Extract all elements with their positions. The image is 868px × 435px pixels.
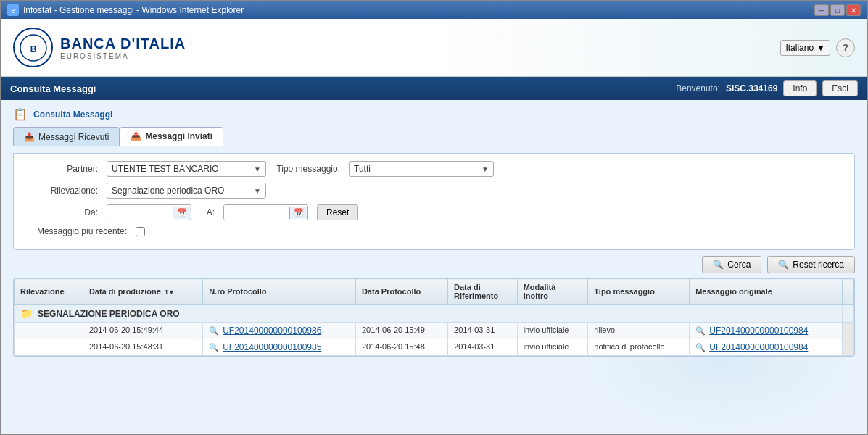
filter-row-2: Rilevazione: Segnalazione periodica ORO … — [25, 183, 843, 199]
page-title-icon: 📋 — [13, 107, 28, 121]
col-data-riferimento[interactable]: Data diRiferimento — [448, 279, 518, 304]
tabs: 📥 Messaggi Ricevuti 📤 Messaggi Inviati — [13, 127, 855, 146]
title-bar-text: Infostat - Gestione messaggi - Windows I… — [23, 5, 810, 15]
cell-modalita-1: invio ufficiale — [517, 323, 588, 339]
filter-row-3: Da: 📅 A: 📅 Reset — [25, 204, 843, 220]
cerca-button[interactable]: 🔍 Cerca — [702, 256, 761, 273]
tab-messaggi-ricevuti[interactable]: 📥 Messaggi Ricevuti — [13, 127, 120, 146]
search-icon: 🔍 — [209, 326, 219, 335]
header-right: Italiano ▼ ? — [780, 38, 855, 57]
search-icon: 🔍 — [695, 343, 706, 352]
table-group-row: 📁 SEGNALAZIONE PERIODICA ORO — [15, 304, 854, 323]
cell-originale-1: 🔍 UF201400000000100984 — [690, 323, 843, 339]
folder-icon: 📁 — [20, 307, 33, 319]
results-table-container: Rilevazione Data di produzione 1▼ N.ro P… — [13, 278, 855, 357]
chevron-down-icon: ▼ — [817, 43, 825, 53]
da-label: Da: — [25, 207, 98, 218]
window-controls: ─ □ ✕ — [814, 4, 861, 16]
partner-label: Partner: — [25, 164, 98, 174]
page-title: 📋 Consulta Messaggi — [13, 107, 855, 121]
rilevazione-select[interactable]: Segnalazione periodica ORO ▼ — [107, 183, 266, 199]
reset-ricerca-button[interactable]: 🔍 Reset ricerca — [767, 256, 855, 273]
cell-data-protocollo-2: 2014-06-20 15:48 — [355, 339, 447, 356]
cell-data-riferimento-2: 2014-03-31 — [448, 339, 518, 356]
originale-link-2[interactable]: UF201400000000100984 — [709, 342, 808, 352]
cell-data-protocollo-1: 2014-06-20 15:49 — [355, 323, 447, 339]
scrollbar-header — [843, 279, 854, 304]
originale-link-1[interactable]: UF201400000000100984 — [709, 326, 808, 336]
welcome-user: SISC.334169 — [726, 83, 777, 94]
da-input-group: 📅 — [107, 204, 191, 220]
protocollo-link-2[interactable]: UF201400000000100985 — [223, 342, 321, 352]
search-icon: 🔍 — [209, 343, 219, 352]
chevron-down-icon: ▼ — [481, 165, 489, 173]
table-row: 2014-06-20 15:49:44 🔍 UF2014000000001009… — [15, 323, 854, 339]
reset-icon: 🔍 — [778, 260, 789, 270]
logo-title: BANCA D'ITALIA — [60, 36, 186, 52]
info-button[interactable]: Info — [783, 80, 817, 96]
filter-area: Partner: UTENTE TEST BANCARIO ▼ Tipo mes… — [13, 153, 855, 250]
partner-select[interactable]: UTENTE TEST BANCARIO ▼ — [107, 161, 266, 177]
minimize-button[interactable]: ─ — [814, 4, 829, 16]
a-input-group: 📅 — [223, 204, 308, 220]
cell-protocollo-1: 🔍 UF201400000000100986 — [203, 323, 356, 339]
title-bar: e Infostat - Gestione messaggi - Windows… — [1, 1, 867, 19]
tipo-messaggio-label: Tipo messaggio: — [275, 164, 340, 174]
logo-emblem: B — [13, 28, 53, 67]
cell-tipo-1: rilievo — [588, 323, 690, 339]
col-data-produzione[interactable]: Data di produzione 1▼ — [83, 279, 202, 304]
da-input[interactable] — [107, 205, 173, 220]
col-originale[interactable]: Messaggio originale — [690, 279, 843, 304]
col-rilevazione[interactable]: Rilevazione — [15, 279, 83, 304]
cell-modalita-2: invio ufficiale — [517, 339, 588, 356]
reset-button[interactable]: Reset — [317, 204, 358, 220]
sort-icon: 1▼ — [165, 289, 175, 296]
messaggio-recente-label: Messaggio più recente: — [25, 226, 127, 236]
messaggio-recente-checkbox[interactable] — [136, 227, 145, 236]
help-button[interactable]: ? — [836, 38, 855, 57]
scrollbar-cell-2 — [843, 339, 854, 356]
protocollo-link-1[interactable]: UF201400000000100986 — [223, 326, 321, 336]
language-selector[interactable]: Italiano ▼ — [780, 40, 830, 56]
cell-originale-2: 🔍 UF201400000000100984 — [690, 339, 843, 356]
nav-bar: Consulta Messaggi Benvenuto: SISC.334169… — [1, 77, 867, 100]
scrollbar-cell-group — [843, 304, 854, 323]
nav-right: Benvenuto: SISC.334169 Info Esci — [676, 80, 858, 96]
da-calendar-button[interactable]: 📅 — [173, 207, 191, 219]
search-area: 🔍 Cerca 🔍 Reset ricerca — [13, 256, 855, 273]
logo-area: B BANCA D'ITALIA EUROSISTEMA — [13, 28, 186, 67]
nav-title: Consulta Messaggi — [10, 83, 96, 94]
logo-text: BANCA D'ITALIA EUROSISTEMA — [60, 36, 186, 60]
table-row: 2014-06-20 15:48:31 🔍 UF2014000000001009… — [15, 339, 854, 356]
language-label: Italiano — [785, 43, 814, 53]
filter-row-1: Partner: UTENTE TEST BANCARIO ▼ Tipo mes… — [25, 161, 843, 177]
col-protocollo[interactable]: N.ro Protocollo — [203, 279, 356, 304]
a-input[interactable] — [224, 205, 289, 220]
cell-data-produzione-2: 2014-06-20 15:48:31 — [83, 339, 202, 356]
rilevazione-label: Rilevazione: — [25, 186, 98, 196]
restore-button[interactable]: □ — [830, 4, 845, 16]
app-header: B BANCA D'ITALIA EUROSISTEMA Italiano ▼ … — [1, 19, 867, 77]
cell-data-produzione-1: 2014-06-20 15:49:44 — [83, 323, 202, 339]
group-label: SEGNALAZIONE PERIODICA ORO — [38, 309, 180, 319]
close-button[interactable]: ✕ — [846, 4, 861, 16]
cell-rilevazione-2 — [15, 339, 83, 356]
a-label: A: — [200, 207, 215, 218]
cell-tipo-2: notifica di protocollo — [588, 339, 690, 356]
logout-button[interactable]: Esci — [822, 80, 858, 96]
main-content: 📋 Consulta Messaggi 📥 Messaggi Ricevuti … — [1, 100, 867, 435]
tab-messaggi-inviati[interactable]: 📤 Messaggi Inviati — [120, 127, 223, 146]
a-calendar-button[interactable]: 📅 — [289, 207, 307, 219]
svg-text:B: B — [30, 44, 36, 54]
col-modalita[interactable]: ModalitàInoltro — [517, 279, 588, 304]
outbox-icon: 📤 — [131, 131, 141, 141]
col-tipo[interactable]: Tipo messaggio — [588, 279, 690, 304]
cell-rilevazione-1 — [15, 323, 83, 339]
col-data-protocollo[interactable]: Data Protocollo — [355, 279, 447, 304]
inbox-icon: 📥 — [24, 132, 35, 142]
search-icon: 🔍 — [695, 326, 706, 335]
tipo-select[interactable]: Tutti ▼ — [349, 161, 494, 177]
welcome-label: Benvenuto: — [676, 83, 720, 94]
chevron-down-icon: ▼ — [254, 165, 261, 173]
cell-data-riferimento-1: 2014-03-31 — [448, 323, 518, 339]
